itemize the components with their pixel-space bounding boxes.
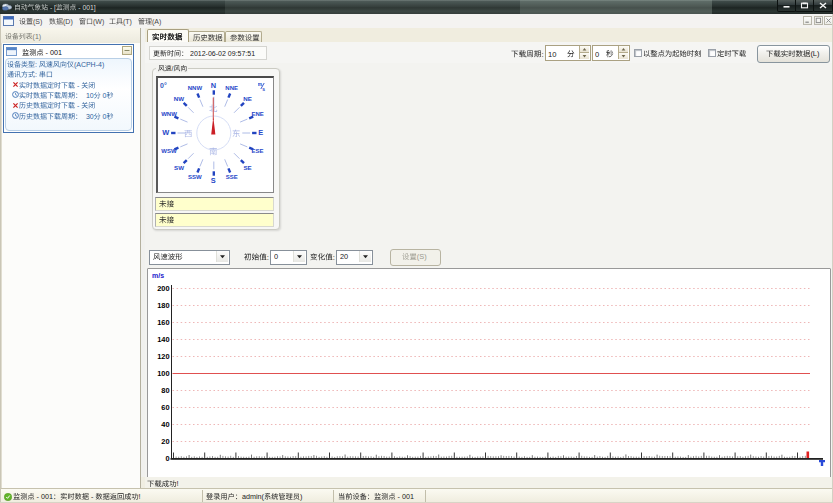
svg-text:s: s	[262, 85, 265, 90]
svg-text:001: 001	[402, 492, 414, 501]
svg-text:200: 200	[157, 283, 169, 292]
svg-text:(S): (S)	[33, 17, 42, 25]
svg-text:30: 30	[85, 112, 93, 119]
svg-text:0: 0	[595, 49, 599, 58]
svg-text:(L): (L)	[810, 49, 819, 58]
svg-text:100: 100	[157, 368, 169, 377]
svg-text:-: -	[36, 492, 39, 501]
svg-text::: :	[541, 49, 543, 58]
svg-text:(S): (S)	[416, 252, 426, 261]
svg-text:-: -	[46, 48, 49, 57]
svg-text:(W): (W)	[93, 17, 104, 25]
svg-text:0: 0	[102, 92, 106, 99]
svg-text:/: /	[172, 65, 174, 72]
svg-text:(1): (1)	[33, 32, 41, 40]
svg-text:001: 001	[41, 492, 53, 501]
svg-text:001]: 001]	[82, 4, 95, 12]
svg-text:20: 20	[340, 253, 348, 262]
svg-text:60: 60	[161, 402, 169, 411]
svg-text:!: !	[138, 492, 140, 501]
svg-text:10: 10	[548, 49, 556, 58]
svg-text:0: 0	[102, 112, 106, 119]
svg-text:20: 20	[161, 436, 169, 445]
svg-text:!: !	[176, 479, 178, 488]
svg-text:001: 001	[50, 48, 62, 57]
svg-text:(T): (T)	[123, 17, 132, 25]
svg-text:09:57:51: 09:57:51	[228, 50, 255, 57]
svg-text:(ACPH-4): (ACPH-4)	[74, 61, 104, 69]
svg-text::: :	[35, 61, 37, 68]
svg-text:40: 40	[161, 419, 169, 428]
svg-text:-: -	[78, 4, 80, 11]
svg-text:(D): (D)	[63, 17, 73, 25]
svg-text:120: 120	[157, 351, 169, 360]
svg-text:160: 160	[157, 317, 169, 326]
svg-text:180: 180	[157, 300, 169, 309]
svg-text:0: 0	[274, 253, 278, 262]
svg-text:-: -	[50, 4, 52, 11]
svg-text:-: -	[91, 492, 94, 501]
svg-text:(A): (A)	[152, 17, 161, 25]
svg-text:): )	[300, 492, 302, 501]
svg-text:2012-06-02: 2012-06-02	[190, 50, 226, 57]
svg-text:[: [	[54, 4, 56, 12]
svg-text:-: -	[76, 82, 79, 89]
svg-text:10: 10	[85, 92, 93, 99]
svg-text:140: 140	[157, 334, 169, 343]
svg-text:-: -	[76, 102, 79, 109]
svg-text:0: 0	[165, 453, 169, 462]
svg-text:80: 80	[161, 385, 169, 394]
svg-text:admin(: admin(	[242, 492, 265, 501]
svg-text::: :	[35, 71, 37, 78]
svg-text::: :	[332, 253, 334, 262]
svg-text:-: -	[398, 492, 401, 501]
